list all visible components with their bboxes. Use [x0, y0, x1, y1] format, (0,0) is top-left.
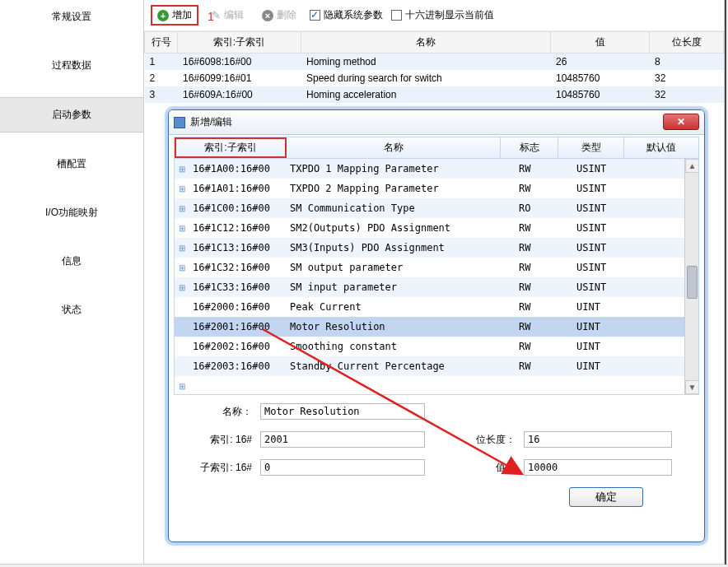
sidebar-item-label: 状态	[62, 304, 82, 315]
hex-show-label: 十六进制显示当前值	[405, 8, 494, 22]
annotation-1: 1	[208, 10, 214, 23]
sidebar-item-startup-params[interactable]: 启动参数	[0, 97, 143, 132]
add-label: 增加	[172, 8, 192, 22]
col-row[interactable]: 行号	[145, 32, 178, 53]
index-label: 索引: 16#	[190, 433, 260, 447]
checkbox-icon	[391, 10, 402, 21]
hide-sys-label: 隐藏系统参数	[324, 8, 383, 22]
window-icon	[174, 117, 185, 128]
grid-row[interactable]: ⊞16#1C13:16#00SM3(Inputs) PDO Assignment…	[175, 238, 698, 258]
index-field[interactable]	[260, 431, 425, 448]
expand-icon: ⊞	[175, 204, 189, 213]
ok-label: 确定	[595, 490, 617, 503]
subindex-field[interactable]	[260, 459, 425, 476]
grid-row[interactable]: ⊞16#1A01:16#00TXPDO 2 Mapping ParameterR…	[175, 179, 698, 198]
grid-row[interactable]: ⊞16#1C00:16#00SM Communication TypeROUSI…	[175, 198, 698, 218]
sidebar-item-label: 槽配置	[57, 158, 86, 170]
grid-rows[interactable]: ⊞16#1A00:16#00TXPDO 1 Mapping ParameterR…	[175, 159, 698, 394]
ok-button[interactable]: 确定	[569, 487, 643, 507]
x-icon: ×	[262, 10, 273, 21]
col-index[interactable]: 索引:子索引	[175, 137, 287, 158]
grid-row[interactable]: 16#2000:16#00Peak CurrentRWUINT	[175, 297, 698, 317]
checkbox-icon	[310, 10, 320, 21]
sidebar-item-label: 过程数据	[52, 59, 91, 71]
dialog-titlebar[interactable]: 新增/编辑 ✕	[169, 110, 704, 135]
hide-sys-checkbox[interactable]: 隐藏系统参数	[310, 8, 383, 22]
grid-row[interactable]: ⊞16#1C32:16#00SM output parameterRWUSINT	[175, 258, 698, 277]
grid-row[interactable]: 16#2002:16#00Smoothing constantRWUINT	[175, 337, 698, 356]
sidebar-item-label: 启动参数	[52, 109, 91, 120]
grid-row[interactable]: 16#2003:16#00Standby Current PercentageR…	[175, 356, 698, 376]
bits-field[interactable]	[524, 431, 672, 448]
sidebar-item-label: 常规设置	[52, 11, 91, 22]
sidebar-item-label: I/O功能映射	[45, 207, 98, 218]
hex-show-checkbox[interactable]: 十六进制显示当前值	[391, 8, 494, 22]
col-name[interactable]: 名称	[287, 137, 501, 158]
subindex-label: 子索引: 16#	[190, 461, 260, 475]
sidebar: 常规设置 过程数据 启动参数 槽配置 I/O功能映射 信息 状态	[0, 0, 144, 564]
col-name[interactable]: 名称	[301, 32, 551, 53]
plus-icon: +	[157, 10, 169, 21]
name-label: 名称：	[190, 405, 260, 419]
param-grid: 索引:子索引 名称 标志 类型 默认值 ⊞16#1A00:16#00TXPDO …	[174, 137, 699, 395]
col-flag[interactable]: 标志	[501, 137, 558, 158]
value-label: 值：	[425, 461, 524, 475]
scroll-down-icon[interactable]: ▼	[685, 380, 698, 394]
table-row[interactable]: 316#609A:16#00Homing acceleration1048576…	[145, 86, 724, 103]
table-row[interactable]: 116#6098:16#00Homing method268	[145, 53, 724, 71]
bits-label: 位长度：	[425, 433, 524, 447]
startup-params-table: 行号 索引:子索引 名称 值 位长度 116#6098:16#00Homing …	[144, 31, 724, 103]
expand-icon: ⊞	[175, 224, 189, 233]
delete-button[interactable]: × 删除	[257, 7, 301, 24]
col-default[interactable]: 默认值	[624, 137, 698, 158]
expand-icon: ⊞	[175, 184, 189, 193]
grid-header: 索引:子索引 名称 标志 类型 默认值	[175, 137, 698, 159]
add-button[interactable]: + 增加	[151, 5, 198, 26]
table-row[interactable]: 216#6099:16#01Speed during search for sw…	[145, 70, 724, 86]
expand-icon: ⊞	[175, 165, 189, 174]
grid-row[interactable]: ⊞	[175, 376, 698, 394]
toolbar: + 增加 ✎ 编辑 × 删除 隐藏系统参数 十六进制显示当前值	[144, 0, 724, 31]
add-edit-dialog: 新增/编辑 ✕ 索引:子索引 名称 标志 类型 默认值 ⊞16#1A00:16#…	[168, 109, 705, 542]
edit-form: 名称： 索引: 16# 位长度： 子索引: 16# 值： 确定	[174, 395, 699, 507]
col-bits[interactable]: 位长度	[650, 32, 724, 53]
right-border	[725, 0, 726, 565]
sidebar-item-io-mapping[interactable]: I/O功能映射	[0, 196, 143, 230]
grid-row[interactable]: ⊞16#1C33:16#00SM input parameterRWUSINT	[175, 277, 698, 297]
grid-row[interactable]: 16#2001:16#00Motor ResolutionRWUINT	[175, 317, 698, 337]
col-val[interactable]: 值	[551, 32, 650, 53]
delete-label: 删除	[277, 8, 296, 22]
sidebar-item-general[interactable]: 常规设置	[0, 0, 143, 34]
sidebar-item-slot-config[interactable]: 槽配置	[0, 147, 143, 181]
expand-icon: ⊞	[175, 283, 189, 292]
grid-row[interactable]: ⊞16#1A00:16#00TXPDO 1 Mapping ParameterR…	[175, 159, 698, 179]
grid-row[interactable]: ⊞16#1C12:16#00SM2(Outputs) PDO Assignmen…	[175, 218, 698, 238]
sidebar-item-process-data[interactable]: 过程数据	[0, 49, 143, 82]
scrollbar[interactable]: ▲ ▼	[684, 159, 698, 394]
sidebar-item-status[interactable]: 状态	[0, 293, 143, 327]
value-field[interactable]	[524, 459, 672, 476]
scroll-up-icon[interactable]: ▲	[685, 159, 698, 173]
dialog-title: 新增/编辑	[190, 115, 232, 129]
sidebar-item-info[interactable]: 信息	[0, 244, 143, 278]
col-type[interactable]: 类型	[558, 137, 624, 158]
edit-label: 编辑	[224, 8, 244, 22]
sidebar-item-label: 信息	[62, 255, 82, 267]
name-field[interactable]	[260, 403, 425, 420]
expand-icon: ⊞	[175, 382, 189, 391]
scroll-thumb[interactable]	[687, 266, 698, 299]
expand-icon: ⊞	[175, 244, 189, 253]
col-idx[interactable]: 索引:子索引	[178, 32, 301, 53]
expand-icon: ⊞	[175, 263, 189, 272]
close-button[interactable]: ✕	[663, 114, 699, 130]
